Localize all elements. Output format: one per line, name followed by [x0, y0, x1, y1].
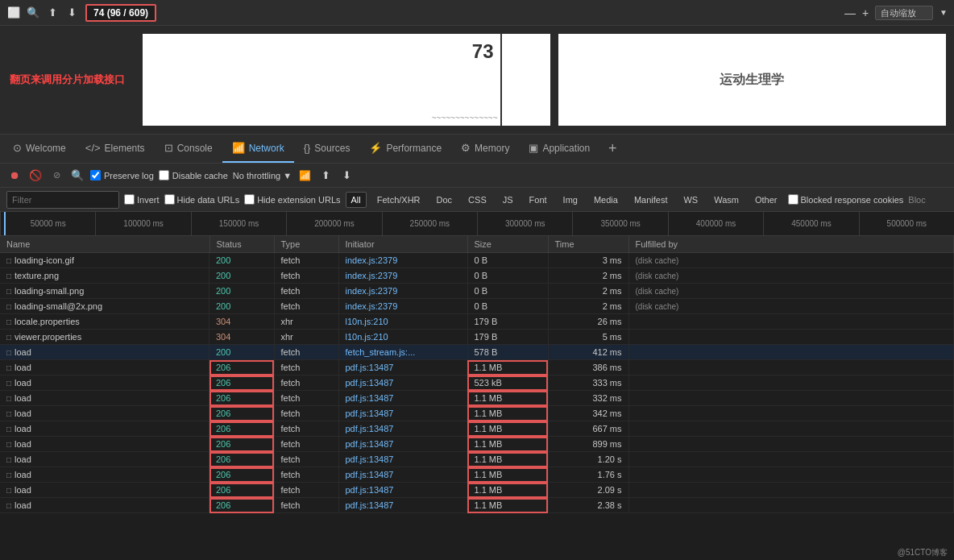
hide-extension-urls-checkbox[interactable]: Hide extension URLs — [244, 194, 340, 205]
tab-performance[interactable]: ⚡ Performance — [359, 135, 451, 163]
type-manifest-button[interactable]: Manifest — [628, 192, 674, 208]
invert-checkbox[interactable]: Invert — [124, 194, 160, 205]
download-icon[interactable]: ⬇ — [338, 168, 355, 184]
table-row[interactable]: □load206fetchpdf.js:134871.1 MB342 ms — [0, 406, 954, 421]
tab-network[interactable]: 📶 Network — [222, 135, 294, 163]
table-row[interactable]: □load206fetchpdf.js:134871.1 MB2.09 s — [0, 483, 954, 498]
dock-icon[interactable]: ⬜ — [6, 6, 21, 20]
row-initiator[interactable]: l10n.js:210 — [338, 314, 467, 330]
type-fetch-xhr-button[interactable]: Fetch/XHR — [371, 192, 426, 208]
type-media-button[interactable]: Media — [588, 192, 624, 208]
initiator-link[interactable]: pdf.js:13487 — [346, 439, 394, 449]
tab-memory[interactable]: ⚙ Memory — [451, 135, 519, 163]
initiator-link[interactable]: index.js:2379 — [346, 286, 398, 296]
hide-data-urls-checkbox[interactable]: Hide data URLs — [164, 194, 240, 205]
filter-icon-button[interactable]: ⊘ — [48, 168, 64, 184]
row-initiator[interactable]: pdf.js:13487 — [338, 391, 467, 406]
invert-input[interactable] — [124, 194, 135, 205]
initiator-link[interactable]: fetch_stream.js:... — [346, 347, 416, 357]
add-tab-button[interactable]: + — [603, 139, 622, 159]
initiator-link[interactable]: pdf.js:13487 — [346, 363, 394, 372]
filter-input[interactable] — [6, 191, 119, 209]
tab-console[interactable]: ⊡ Console — [155, 135, 222, 163]
initiator-link[interactable]: pdf.js:13487 — [346, 485, 394, 495]
type-other-button[interactable]: Other — [749, 192, 783, 208]
type-css-button[interactable]: CSS — [462, 192, 492, 208]
type-js-button[interactable]: JS — [497, 192, 519, 208]
back-icon[interactable]: ⬆ — [45, 6, 60, 20]
hide-data-urls-input[interactable] — [164, 194, 175, 205]
preserve-log-input[interactable] — [90, 170, 101, 180]
initiator-link[interactable]: pdf.js:13487 — [346, 500, 394, 510]
table-row[interactable]: □viewer.properties304xhrl10n.js:210179 B… — [0, 330, 954, 345]
search-button[interactable]: 🔍 — [69, 168, 85, 184]
initiator-link[interactable]: pdf.js:13487 — [346, 378, 394, 388]
row-initiator[interactable]: index.js:2379 — [338, 268, 467, 284]
col-name[interactable]: Name — [0, 236, 209, 253]
initiator-link[interactable]: l10n.js:210 — [346, 317, 388, 326]
auto-select[interactable]: 自动缩放 — [875, 6, 933, 20]
blocked-cookies-input[interactable] — [788, 194, 798, 205]
clear-button[interactable]: 🚫 — [27, 168, 44, 184]
row-initiator[interactable]: pdf.js:13487 — [338, 360, 467, 375]
row-initiator[interactable]: pdf.js:13487 — [338, 483, 467, 498]
type-font-button[interactable]: Font — [524, 192, 553, 208]
row-initiator[interactable]: pdf.js:13487 — [338, 467, 467, 483]
col-size[interactable]: Size — [467, 236, 548, 253]
row-initiator[interactable]: l10n.js:210 — [338, 330, 467, 345]
initiator-link[interactable]: index.js:2379 — [346, 271, 398, 280]
tab-elements[interactable]: </> Elements — [76, 135, 155, 163]
col-time[interactable]: Time — [548, 236, 628, 253]
row-initiator[interactable]: pdf.js:13487 — [338, 406, 467, 421]
tab-sources[interactable]: {} Sources — [294, 135, 360, 163]
table-row[interactable]: □loading-small@2x.png200fetchindex.js:23… — [0, 299, 954, 314]
table-row[interactable]: □load206fetchpdf.js:134871.1 MB1.76 s — [0, 467, 954, 483]
initiator-link[interactable]: index.js:2379 — [346, 301, 398, 311]
type-img-button[interactable]: Img — [558, 192, 583, 208]
table-row[interactable]: □loading-small.png200fetchindex.js:23790… — [0, 284, 954, 299]
type-ws-button[interactable]: WS — [678, 192, 703, 208]
record-button[interactable]: ⏺ — [6, 168, 23, 184]
row-initiator[interactable]: index.js:2379 — [338, 253, 467, 268]
inspect-icon[interactable]: 🔍 — [26, 6, 40, 20]
table-row[interactable]: □loading-icon.gif200fetchindex.js:23790 … — [0, 253, 954, 268]
row-initiator[interactable]: index.js:2379 — [338, 284, 467, 299]
initiator-link[interactable]: l10n.js:210 — [346, 332, 388, 342]
col-type[interactable]: Type — [274, 236, 338, 253]
forward-icon[interactable]: ⬇ — [64, 6, 79, 20]
preserve-log-checkbox[interactable]: Preserve log — [90, 170, 154, 180]
table-row[interactable]: □load206fetchpdf.js:134871.1 MB1.20 s — [0, 452, 954, 467]
tab-welcome[interactable]: ⊙ Welcome — [3, 135, 76, 163]
blocked-cookies-checkbox[interactable]: Blocked response cookies — [788, 194, 904, 205]
type-wasm-button[interactable]: Wasm — [708, 192, 745, 208]
initiator-link[interactable]: pdf.js:13487 — [346, 470, 394, 479]
initiator-link[interactable]: pdf.js:13487 — [346, 393, 394, 403]
upload-icon[interactable]: ⬆ — [317, 168, 334, 184]
minimize-icon[interactable]: — — [844, 6, 856, 19]
initiator-link[interactable]: index.js:2379 — [346, 255, 398, 265]
add-icon[interactable]: + — [862, 6, 869, 19]
table-row[interactable]: □load206fetchpdf.js:134871.1 MB332 ms — [0, 391, 954, 406]
tab-application[interactable]: ▣ Application — [519, 135, 599, 163]
table-row[interactable]: □load206fetchpdf.js:134871.1 MB899 ms — [0, 437, 954, 452]
table-row[interactable]: □load206fetchpdf.js:134871.1 MB2.38 s — [0, 498, 954, 513]
row-initiator[interactable]: pdf.js:13487 — [338, 452, 467, 467]
initiator-link[interactable]: pdf.js:13487 — [346, 409, 394, 418]
table-row[interactable]: □texture.png200fetchindex.js:23790 B2 ms… — [0, 268, 954, 284]
row-initiator[interactable]: pdf.js:13487 — [338, 498, 467, 513]
row-initiator[interactable]: pdf.js:13487 — [338, 375, 467, 391]
table-row[interactable]: □locale.properties304xhrl10n.js:210179 B… — [0, 314, 954, 330]
row-initiator[interactable]: index.js:2379 — [338, 299, 467, 314]
row-initiator[interactable]: pdf.js:13487 — [338, 437, 467, 452]
col-initiator[interactable]: Initiator — [338, 236, 467, 253]
disable-cache-input[interactable] — [159, 170, 169, 180]
row-initiator[interactable]: fetch_stream.js:... — [338, 345, 467, 360]
initiator-link[interactable]: pdf.js:13487 — [346, 454, 394, 464]
row-initiator[interactable]: pdf.js:13487 — [338, 421, 467, 437]
table-row[interactable]: □load206fetchpdf.js:134871.1 MB667 ms — [0, 421, 954, 437]
table-row[interactable]: □load200fetchfetch_stream.js:...578 B412… — [0, 345, 954, 360]
col-fulfilled[interactable]: Fulfilled by — [628, 236, 954, 253]
hide-extension-urls-input[interactable] — [244, 194, 255, 205]
table-row[interactable]: □load206fetchpdf.js:13487523 kB333 ms — [0, 375, 954, 391]
col-status[interactable]: Status — [209, 236, 274, 253]
